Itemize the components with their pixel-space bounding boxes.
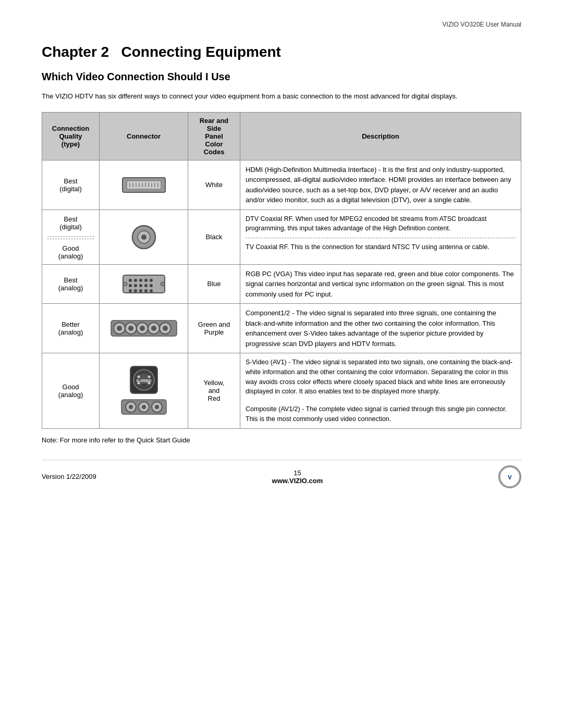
svg-point-51 [148,381,150,384]
svg-point-27 [134,289,137,292]
svg-point-37 [128,326,133,331]
manual-header: VIZIO VO320E User Manual [42,21,521,28]
svg-rect-52 [142,384,146,386]
svg-point-30 [150,289,153,292]
svg-point-55 [129,405,133,409]
svg-point-17 [134,279,137,282]
connector-cell-vga [100,264,188,304]
svg-point-20 [150,279,153,282]
section-title: Which Video Connection Should I Use [42,71,521,83]
svg-point-31 [123,282,127,286]
footer-center: 15 www.VIZIO.com [272,469,323,485]
chapter-title: Chapter 2 Connecting Equipment [42,44,521,60]
color-cell-vga: Blue [188,264,240,304]
table-row-vga: Best(analog) [42,264,521,304]
desc-cell-svideo: S-Video (AV1) - The video signal is sepa… [240,353,521,429]
vizio-logo: V [498,465,521,488]
svideo-svg: S-VIDEO [129,365,158,394]
svg-point-25 [150,284,153,287]
svg-point-41 [151,326,156,331]
page-number: 15 [293,469,301,477]
chapter-number: 2 [101,44,109,60]
table-header-row: ConnectionQuality(type) Connector Rear a… [42,112,521,160]
svg-point-21 [129,284,132,287]
hdmi-svg [120,176,167,194]
note-text: Note: For more info refer to the Quick S… [42,436,521,444]
svg-point-48 [137,375,140,378]
table-row-svideo: Good(analog) S-VIDEO [42,353,521,429]
svg-rect-1 [127,181,161,189]
composite-svg [120,398,167,416]
desc-svideo-bottom: Composite (AV1/2) - The complete video s… [246,404,516,424]
desc-cell-hdmi: HDMI (High-Definition Multimedia Interfa… [240,160,521,209]
desc-cell-component: Component1/2 - The video signal is separ… [240,304,521,353]
vga-svg [121,272,167,296]
color-cell-svideo: Yellow,andRed [188,353,240,429]
svg-point-24 [144,284,148,287]
vga-connector-img [105,272,182,296]
quality-cell-svideo: Good(analog) [42,353,100,429]
color-cell-component: Green andPurple [188,304,240,353]
svideo-connectors: S-VIDEO [105,365,182,416]
connector-cell-hdmi [100,160,188,209]
desc-cell-vga: RGB PC (VGA) This video input has separa… [240,264,521,304]
svg-point-18 [139,279,142,282]
table-row: Best(digital) [42,160,521,209]
svg-point-50 [137,381,140,384]
svg-point-29 [144,289,148,292]
color-cell-hdmi: White [188,160,240,209]
manual-title: VIZIO VO320E User Manual [443,21,521,28]
svg-point-43 [163,326,168,331]
connector-cell-component [100,304,188,353]
svg-text:V: V [508,474,512,480]
chapter-title-text: Connecting Equipment [121,44,281,60]
svg-point-26 [129,289,132,292]
svg-point-32 [161,282,165,286]
svg-point-49 [148,375,150,378]
connector-cell-coax [100,209,188,264]
svg-point-23 [139,284,142,287]
vizio-logo-svg: V [499,466,520,487]
svg-point-16 [129,279,132,282]
component-connector-img [105,316,182,340]
svg-point-22 [134,284,137,287]
color-cell-coax: Black [188,209,240,264]
desc-coax-top: DTV Coaxial RF. When used for MPEG2 enco… [246,214,516,234]
connection-table: ConnectionQuality(type) Connector Rear a… [42,112,521,429]
coax-connector-img [105,224,182,250]
hdmi-connector-img [105,176,182,194]
quality-cell-coax: Best(digital) Good(analog) [42,209,100,264]
quality-cell-component: Better(analog) [42,304,100,353]
intro-paragraph: The VIZIO HDTV has six different ways to… [42,91,521,102]
svg-point-59 [155,405,159,409]
svg-point-35 [117,326,122,331]
quality-cell-vga: Best(analog) [42,264,100,304]
svg-point-14 [141,235,146,240]
desc-cell-coax: DTV Coaxial RF. When used for MPEG2 enco… [240,209,521,264]
coax-svg [131,224,157,250]
connector-cell-svideo: S-VIDEO [100,353,188,429]
footer-version: Version 1/22/2009 [42,473,96,480]
col-header-connector: Connector [100,112,188,160]
desc-svideo-top: S-Video (AV1) - The video signal is sepa… [246,357,516,397]
svg-point-57 [142,405,146,409]
col-header-description: Description [240,112,521,160]
website: www.VIZIO.com [272,477,323,485]
desc-coax-bottom: TV Coaxial RF. This is the connection fo… [246,242,516,252]
col-header-color: Rear andSidePanelColorCodes [188,112,240,160]
svg-point-28 [139,289,142,292]
col-header-quality: ConnectionQuality(type) [42,112,100,160]
svg-point-19 [144,279,148,282]
table-row-component: Better(analog) [42,304,521,353]
component-svg [110,316,178,340]
quality-cell-hdmi: Best(digital) [42,160,100,209]
page-footer: Version 1/22/2009 15 www.VIZIO.com V [42,460,521,488]
table-row-coax: Best(digital) Good(analog) Black [42,209,521,264]
svg-point-39 [140,326,145,331]
